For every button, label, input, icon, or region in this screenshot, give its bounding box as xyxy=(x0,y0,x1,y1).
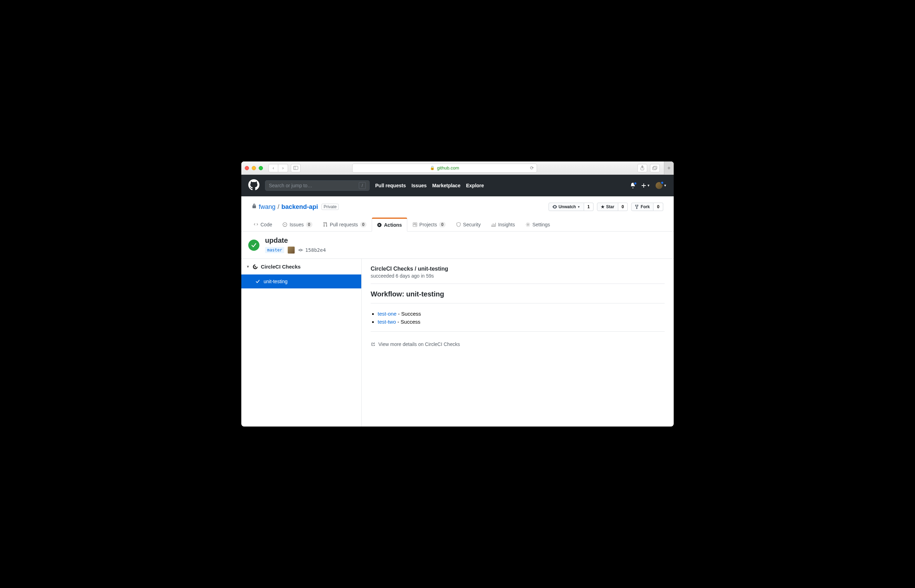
nav-issues[interactable]: Issues xyxy=(412,183,427,188)
user-dot-icon xyxy=(660,181,664,184)
triangle-down-icon: ▼ xyxy=(246,265,250,268)
url-host: github.com xyxy=(437,165,459,171)
branch-tag[interactable]: master xyxy=(265,247,284,253)
repo-breadcrumb: fwang / backend-api Private xyxy=(252,204,339,211)
unwatch-button[interactable]: Unwatch ▼ xyxy=(549,203,584,211)
commit-author-avatar[interactable] xyxy=(288,247,295,254)
create-menu-button[interactable]: ▼ xyxy=(641,183,650,188)
tab-projects[interactable]: Projects0 xyxy=(407,218,451,232)
svg-point-12 xyxy=(527,224,529,225)
svg-point-6 xyxy=(284,224,286,225)
success-check-icon xyxy=(248,240,260,251)
notification-dot-icon xyxy=(634,182,637,185)
close-window-button[interactable] xyxy=(245,166,249,170)
github-header: Search or jump to… / Pull requests Issue… xyxy=(241,175,674,196)
svg-rect-8 xyxy=(413,223,417,226)
fork-button[interactable]: Fork xyxy=(631,203,654,211)
watch-count[interactable]: 1 xyxy=(584,203,594,211)
star-icon: ★ xyxy=(601,204,605,209)
forward-button[interactable]: › xyxy=(278,164,288,172)
nav-explore[interactable]: Explore xyxy=(466,183,484,188)
window-controls xyxy=(245,166,263,170)
notifications-button[interactable] xyxy=(630,183,636,188)
repo-name-link[interactable]: backend-api xyxy=(281,204,318,211)
check-detail: CircleCI Checks / unit-testing succeeded… xyxy=(361,259,674,426)
safari-toolbar: ‹ › 🔒 github.com ⟳ + xyxy=(241,162,674,175)
external-link-icon xyxy=(371,342,376,347)
commit-title: update xyxy=(265,236,326,244)
browser-window: ‹ › 🔒 github.com ⟳ + Search or jump to… xyxy=(241,162,674,426)
caret-down-icon: ▼ xyxy=(647,184,650,187)
view-more-link[interactable]: View more details on CircleCI Checks xyxy=(371,341,665,347)
sidebar-toggle-button[interactable] xyxy=(291,164,300,172)
lock-icon: 🔒 xyxy=(430,166,435,170)
search-placeholder: Search or jump to… xyxy=(269,183,312,188)
svg-rect-9 xyxy=(413,223,414,225)
svg-rect-3 xyxy=(653,167,656,170)
test-list: test-one - Success test-two - Success xyxy=(378,310,665,326)
svg-point-14 xyxy=(255,266,256,268)
address-bar[interactable]: 🔒 github.com ⟳ xyxy=(352,163,537,173)
tab-issues[interactable]: Issues0 xyxy=(277,218,317,232)
zoom-window-button[interactable] xyxy=(259,166,263,170)
tab-actions[interactable]: Actions xyxy=(372,218,407,232)
divider xyxy=(371,331,665,332)
tab-code[interactable]: Code xyxy=(248,218,277,232)
header-right: ▼ ▼ xyxy=(630,182,667,189)
test-link[interactable]: test-one xyxy=(378,311,397,317)
nav-pull-requests[interactable]: Pull requests xyxy=(375,183,406,188)
divider xyxy=(371,284,665,284)
svg-rect-4 xyxy=(654,166,657,169)
commit-header: update master 158b2e4 xyxy=(241,232,674,259)
repo-owner-link[interactable]: fwang xyxy=(259,204,276,211)
search-input[interactable]: Search or jump to… / xyxy=(265,180,370,191)
repo-header: fwang / backend-api Private Unwatch ▼ 1 … xyxy=(241,196,674,211)
svg-rect-11 xyxy=(415,223,416,226)
nav-buttons: ‹ › xyxy=(268,164,288,172)
tab-security[interactable]: Security xyxy=(451,218,486,232)
caret-down-icon: ▼ xyxy=(663,184,667,187)
github-logo-icon[interactable] xyxy=(248,179,260,192)
svg-rect-10 xyxy=(415,223,415,225)
test-list-item: test-one - Success xyxy=(378,310,665,318)
circleci-icon xyxy=(252,264,258,270)
repo-tabs: Code Issues0 Pull requests0 Actions Proj… xyxy=(241,217,674,232)
tab-insights[interactable]: Insights xyxy=(486,218,520,232)
reload-icon[interactable]: ⟳ xyxy=(530,165,534,171)
workflow-title: Workflow: unit-testing xyxy=(371,290,665,298)
user-menu-button[interactable]: ▼ xyxy=(655,182,667,189)
pulls-count-badge: 0 xyxy=(360,222,367,228)
tab-pulls[interactable]: Pull requests0 xyxy=(318,218,372,232)
test-link[interactable]: test-two xyxy=(378,319,396,325)
fork-count[interactable]: 0 xyxy=(654,203,663,211)
projects-count-badge: 0 xyxy=(439,222,445,228)
slash-key-icon: / xyxy=(359,182,366,189)
divider xyxy=(371,303,665,304)
repo-actions: Unwatch ▼ 1 ★ Star 0 Fork 0 xyxy=(549,203,663,211)
tabs-button[interactable] xyxy=(650,164,660,172)
check-status-line: succeeded 6 days ago in 59s xyxy=(371,273,665,279)
checks-group-header[interactable]: ▼ CircleCI Checks xyxy=(241,259,361,275)
caret-down-icon: ▼ xyxy=(578,205,580,208)
svg-rect-0 xyxy=(294,166,298,170)
checks-sidebar: ▼ CircleCI Checks unit-testing xyxy=(241,259,361,426)
minimize-window-button[interactable] xyxy=(252,166,256,170)
visibility-badge: Private xyxy=(321,204,339,210)
tab-settings[interactable]: Settings xyxy=(520,218,555,232)
star-button[interactable]: ★ Star xyxy=(597,203,618,211)
share-button[interactable] xyxy=(637,164,647,172)
sidebar-item-unit-testing[interactable]: unit-testing xyxy=(241,275,361,288)
commit-sha[interactable]: 158b2e4 xyxy=(298,247,326,253)
main-content: ▼ CircleCI Checks unit-testing CircleCI … xyxy=(241,259,674,426)
star-count[interactable]: 0 xyxy=(618,203,628,211)
nav-marketplace[interactable]: Marketplace xyxy=(432,183,461,188)
check-icon xyxy=(255,279,260,284)
header-nav: Pull requests Issues Marketplace Explore xyxy=(375,183,484,188)
breadcrumb-separator: / xyxy=(278,204,279,211)
check-breadcrumb: CircleCI Checks / unit-testing xyxy=(371,266,665,272)
svg-point-13 xyxy=(300,249,302,251)
lock-icon xyxy=(252,204,257,211)
back-button[interactable]: ‹ xyxy=(268,164,278,172)
test-list-item: test-two - Success xyxy=(378,318,665,326)
new-tab-button[interactable]: + xyxy=(664,162,674,175)
